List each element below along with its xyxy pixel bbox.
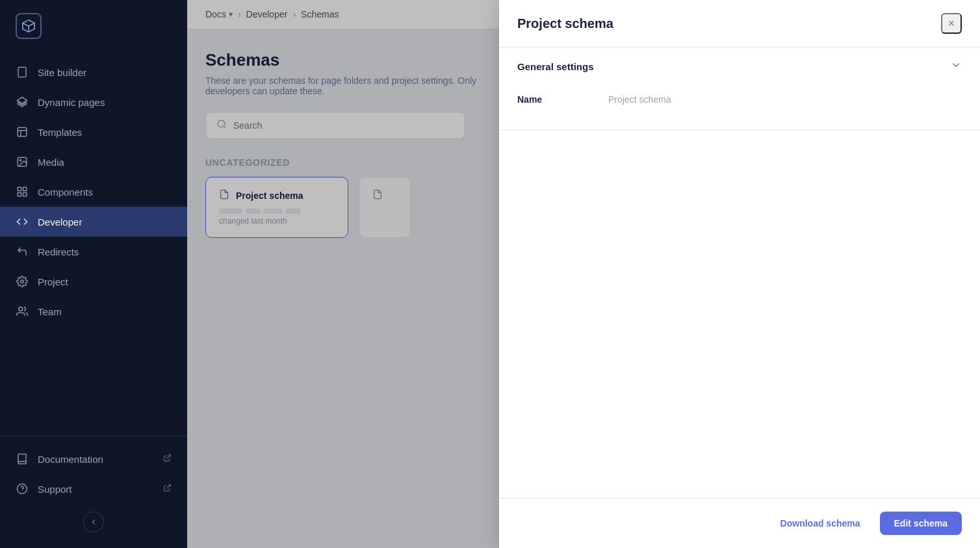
accordion-content-general: Name Project schema [499, 85, 980, 129]
close-button[interactable]: × [941, 13, 962, 34]
panel-body: General settings Name Project schema [499, 47, 980, 498]
sidebar-bottom: Documentation Support [0, 436, 187, 548]
sidebar-item-label: Support [38, 484, 72, 495]
sidebar: Site builder Dynamic pages Templates [0, 0, 187, 548]
app-logo[interactable] [16, 13, 42, 39]
sidebar-item-label: Site builder [38, 67, 86, 78]
project-schema-panel: Project schema × General settings Name [499, 0, 980, 548]
sidebar-item-media[interactable]: Media [0, 147, 187, 177]
field-value-name: Project schema [608, 94, 671, 105]
panel-header: Project schema × [499, 0, 980, 47]
sidebar-logo [0, 0, 187, 52]
accordion-title: General settings [517, 61, 594, 72]
svg-rect-5 [18, 127, 27, 137]
image-icon [16, 155, 29, 168]
redirect-icon [16, 245, 29, 258]
help-icon [16, 482, 29, 495]
sidebar-item-redirects[interactable]: Redirects [0, 237, 187, 267]
svg-point-9 [19, 159, 21, 161]
tablet-icon [16, 66, 29, 79]
users-icon [16, 305, 29, 318]
sidebar-item-project[interactable]: Project [0, 267, 187, 296]
sidebar-item-label: Media [38, 157, 64, 168]
field-label-name: Name [517, 94, 608, 105]
book-icon [16, 452, 29, 465]
sidebar-item-dynamic-pages[interactable]: Dynamic pages [0, 87, 187, 117]
layers-icon [16, 96, 29, 109]
svg-rect-2 [18, 68, 26, 77]
sidebar-item-label: Team [38, 306, 62, 317]
grid-icon [16, 185, 29, 198]
svg-line-16 [166, 455, 170, 459]
sidebar-item-support[interactable]: Support [0, 474, 187, 504]
sidebar-item-label: Redirects [38, 246, 79, 257]
sidebar-item-label: Documentation [38, 454, 103, 465]
external-link-icon [163, 454, 172, 464]
svg-rect-10 [18, 187, 21, 190]
sidebar-item-label: Project [38, 276, 68, 287]
sidebar-item-team[interactable]: Team [0, 296, 187, 326]
main-content: Docs ▾ › Developer › Schemas Schemas The… [187, 0, 980, 548]
sidebar-item-documentation[interactable]: Documentation [0, 444, 187, 474]
sidebar-item-label: Components [38, 187, 93, 198]
sidebar-collapse-button[interactable] [0, 504, 187, 540]
sidebar-item-label: Dynamic pages [38, 97, 105, 108]
chevron-down-icon [950, 59, 962, 73]
download-schema-button[interactable]: Download schema [770, 512, 871, 535]
svg-point-15 [19, 307, 23, 311]
accordion-header-general[interactable]: General settings [499, 47, 980, 85]
panel-title: Project schema [517, 16, 613, 31]
sidebar-item-components[interactable]: Components [0, 177, 187, 207]
sidebar-item-label: Templates [38, 127, 82, 138]
sidebar-nav: Site builder Dynamic pages Templates [0, 52, 187, 436]
settings-icon [16, 275, 29, 288]
svg-rect-11 [23, 187, 27, 190]
sidebar-item-templates[interactable]: Templates [0, 117, 187, 147]
svg-rect-12 [18, 193, 21, 196]
external-link-icon [163, 484, 172, 494]
svg-point-14 [21, 280, 24, 283]
code-icon [16, 215, 29, 228]
layout-icon [16, 125, 29, 138]
edit-schema-button[interactable]: Edit schema [880, 512, 962, 535]
panel-footer: Download schema Edit schema [499, 498, 980, 548]
sidebar-item-label: Developer [38, 216, 82, 228]
general-settings-section: General settings Name Project schema [499, 47, 980, 130]
sidebar-item-developer[interactable]: Developer [0, 207, 187, 237]
field-row-name: Name Project schema [517, 85, 962, 114]
svg-rect-13 [23, 193, 27, 196]
sidebar-item-site-builder[interactable]: Site builder [0, 57, 187, 87]
svg-line-19 [166, 485, 170, 489]
